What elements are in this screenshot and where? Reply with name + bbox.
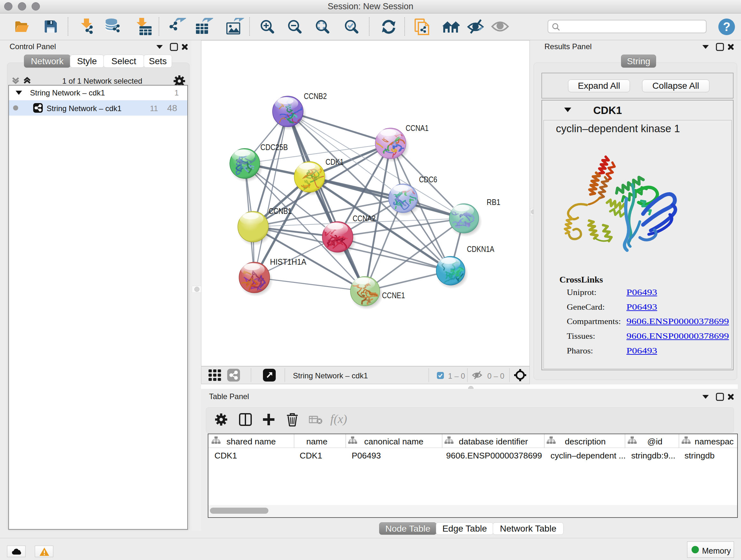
svg-text:RB1: RB1 bbox=[487, 198, 500, 206]
svg-text:CDK1: CDK1 bbox=[326, 158, 344, 166]
svg-text:CCNE1: CCNE1 bbox=[382, 291, 405, 300]
svg-text:CDC6: CDC6 bbox=[419, 175, 437, 184]
svg-text:CCNA2: CCNA2 bbox=[353, 214, 376, 223]
svg-text:CCNA1: CCNA1 bbox=[406, 124, 428, 132]
svg-text:HIST1H1A: HIST1H1A bbox=[270, 257, 307, 266]
svg-text:CCNB2: CCNB2 bbox=[304, 91, 327, 101]
svg-text:CDC25B: CDC25B bbox=[260, 143, 288, 152]
svg-text:CDKN1A: CDKN1A bbox=[467, 245, 494, 253]
svg-text:CCNB1: CCNB1 bbox=[269, 206, 292, 215]
